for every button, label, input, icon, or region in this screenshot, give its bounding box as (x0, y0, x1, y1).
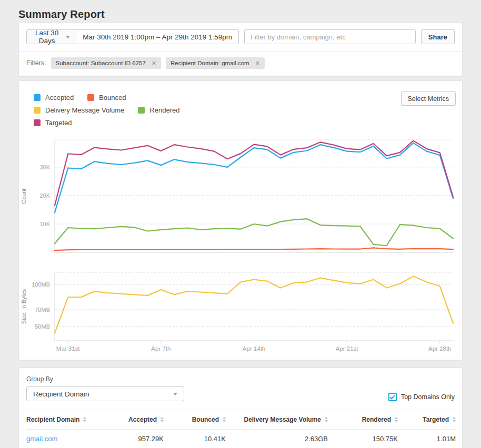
recipient-domain-link[interactable]: gmail.com (26, 435, 105, 443)
top-domains-label: Top Domains Only (401, 393, 455, 401)
column-header-bounced[interactable]: Bounced (164, 416, 226, 423)
svg-text:20K: 20K (39, 192, 50, 199)
date-range-value[interactable]: Mar 30th 2019 1:00pm – Apr 29th 2019 1:5… (76, 30, 238, 44)
sort-icon (83, 417, 86, 422)
column-label: Recipient Domain (26, 416, 79, 423)
filter-tag-label: Subaccount: Subaccount ID 6257 (56, 60, 146, 66)
page-title: Summary Report (0, 0, 481, 22)
targeted-value: 1.01M (398, 435, 456, 443)
top-domains-only-toggle[interactable]: Top Domains Only (388, 393, 455, 401)
column-label: Delivery Message Volume (244, 416, 321, 423)
date-preset-dropdown[interactable]: Last 30 Days (27, 30, 76, 44)
table-card: Group By Recipient Domain Top Domains On… (18, 368, 463, 448)
remove-filter-icon[interactable]: ✕ (152, 60, 156, 66)
column-label: Targeted (423, 416, 449, 423)
svg-text:10K: 10K (39, 221, 50, 227)
legend-item-accepted[interactable]: Accepted (34, 94, 74, 101)
top-domains-checkbox[interactable] (388, 393, 397, 401)
column-header-recipient-domain[interactable]: Recipient Domain (26, 416, 105, 423)
size-line-chart: 100MB70MB50MBMar 31stApr 7thApr 14thApr … (19, 266, 463, 358)
svg-text:Apr 21st: Apr 21st (336, 345, 359, 352)
count-line-chart: 30K20K10KCount (19, 134, 463, 260)
date-range-control: Last 30 Days Mar 30th 2019 1:00pm – Apr … (26, 29, 239, 44)
column-header-targeted[interactable]: Targeted (398, 416, 456, 423)
svg-text:Mar 31st: Mar 31st (56, 345, 81, 352)
legend-label: Accepted (45, 94, 74, 101)
column-label: Bounced (192, 416, 219, 423)
accepted-value: 957.29K (105, 435, 164, 443)
legend-item-targeted[interactable]: Targeted (34, 119, 72, 127)
svg-text:Count: Count (21, 188, 27, 203)
column-header-rendered[interactable]: Rendered (328, 416, 398, 423)
svg-text:70MB: 70MB (35, 307, 50, 313)
legend-label: Targeted (45, 119, 72, 127)
legend-label: Bounced (99, 94, 126, 101)
svg-text:Size, in Bytes: Size, in Bytes (21, 289, 27, 324)
summary-report-page: Summary Report Last 30 Days Mar 30th 201… (0, 0, 481, 448)
delivery-message-volume-value: 2.63GB (226, 435, 328, 443)
remove-filter-icon[interactable]: ✕ (255, 60, 260, 66)
table-header-row: Recipient Domain Accepted Bounced Delive… (26, 410, 455, 430)
checkmark-icon (389, 395, 395, 400)
legend-item-bounced[interactable]: Bounced (87, 94, 126, 101)
legend-label: Rendered (149, 106, 179, 114)
legend-swatch (87, 94, 94, 101)
chevron-down-icon (66, 36, 70, 38)
table-row: gmail.com 957.29K 10.41K 2.63GB 150.75K … (26, 430, 455, 443)
filter-tag-subaccount: Subaccount: Subaccount ID 6257 ✕ (51, 57, 162, 69)
column-label: Accepted (128, 416, 157, 423)
legend-swatch (34, 107, 41, 114)
legend-swatch (138, 107, 145, 114)
date-preset-label: Last 30 Days (33, 29, 61, 45)
legend-item-rendered[interactable]: Rendered (138, 106, 179, 114)
legend-swatch (34, 94, 41, 101)
select-metrics-button[interactable]: Select Metrics (401, 91, 456, 106)
svg-text:30K: 30K (39, 164, 50, 170)
svg-text:Apr 7th: Apr 7th (151, 345, 171, 352)
svg-text:Apr 28th: Apr 28th (428, 345, 451, 352)
chart-legend: Accepted Bounced Delivery Message Volume… (34, 94, 213, 127)
filter-search-input[interactable] (244, 29, 416, 44)
filters-label: Filters: (26, 59, 46, 67)
filter-tag-recipient-domain: Recipient Domain: gmail.com ✕ (166, 57, 265, 69)
legend-label: Delivery Message Volume (45, 106, 124, 114)
filter-bar-card: Last 30 Days Mar 30th 2019 1:00pm – Apr … (18, 22, 463, 76)
svg-text:Apr 14th: Apr 14th (243, 345, 265, 352)
svg-text:100MB: 100MB (32, 281, 50, 288)
rendered-value: 150.75K (328, 435, 398, 443)
bounced-value: 10.41K (164, 435, 226, 443)
legend-item-delivery-message-volume[interactable]: Delivery Message Volume (34, 106, 124, 114)
group-by-value: Recipient Domain (33, 390, 89, 398)
column-header-accepted[interactable]: Accepted (105, 416, 164, 423)
legend-swatch (34, 119, 41, 126)
sort-icon (453, 417, 456, 422)
svg-text:50MB: 50MB (35, 323, 50, 330)
column-header-delivery-message-volume[interactable]: Delivery Message Volume (226, 416, 328, 423)
chevron-down-icon (173, 393, 177, 395)
column-label: Rendered (362, 416, 391, 423)
filter-tag-label: Recipient Domain: gmail.com (171, 60, 249, 66)
filter-bar-row: Last 30 Days Mar 30th 2019 1:00pm – Apr … (19, 23, 462, 51)
group-by-label: Group By (26, 375, 455, 383)
chart-card: Accepted Bounced Delivery Message Volume… (18, 80, 463, 360)
active-filters-row: Filters: Subaccount: Subaccount ID 6257 … (19, 52, 462, 76)
group-by-select[interactable]: Recipient Domain (26, 386, 184, 401)
share-button[interactable]: Share (421, 29, 455, 44)
